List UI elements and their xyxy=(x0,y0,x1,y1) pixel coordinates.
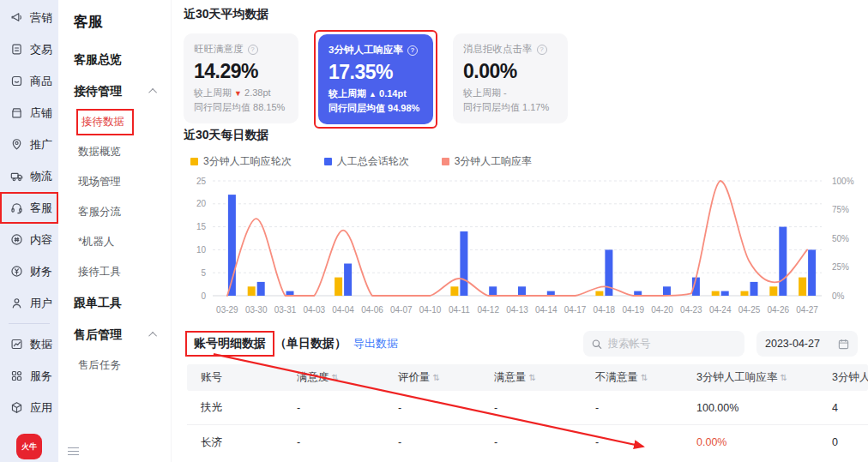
metric-card-消息拒收点击率[interactable]: 消息拒收点击率?0.00%较上周期 -同行同层均值 1.17% xyxy=(453,33,568,123)
cell: 0 xyxy=(818,425,868,459)
svg-text:03-31: 03-31 xyxy=(274,305,297,315)
rail-app-badges: 火牛♛保价宝 xyxy=(0,434,58,462)
shop-icon xyxy=(9,105,24,120)
rail-item-cube[interactable]: 应用 xyxy=(0,392,58,423)
metric-trend: 较上周期 ▲ 0.14pt xyxy=(329,87,423,100)
metric-value: 14.29% xyxy=(194,60,288,83)
headset-icon xyxy=(9,201,24,215)
chevron-up-icon[interactable] xyxy=(148,88,157,97)
sidenav-group-售后管理[interactable]: 售后管理 xyxy=(74,319,171,351)
rail-item-shop[interactable]: 店铺 xyxy=(0,97,58,129)
table-subtitle: （单日数据） xyxy=(274,336,347,351)
calendar-icon xyxy=(838,339,849,350)
sidenav-item-数据概览[interactable]: 数据概览 xyxy=(74,137,171,167)
sidenav-item-接待工具[interactable]: 接待工具 xyxy=(74,257,171,287)
table-row: 扶光----100.00%4 xyxy=(187,391,868,425)
svg-text:04-12: 04-12 xyxy=(477,305,499,315)
sidenav-item-机器人[interactable]: *机器人 xyxy=(74,227,171,257)
export-data-link[interactable]: 导出数据 xyxy=(353,336,398,351)
svg-text:04-03: 04-03 xyxy=(304,305,326,315)
metric-card-旺旺满意度[interactable]: 旺旺满意度?14.29%较上周期 ▼ 2.38pt同行同层均值 88.15% xyxy=(184,33,298,123)
rail-item-label: 财务 xyxy=(30,264,52,279)
document-icon xyxy=(9,42,24,57)
account-name: 扶光 xyxy=(187,391,283,424)
column-header-3分钟人工响应率[interactable]: 3分钟人工响应率⇅ xyxy=(683,364,818,391)
table-title: 账号明细数据 xyxy=(187,333,273,355)
rail-item-label: 应用 xyxy=(30,400,52,416)
trend-down-icon: ▼ xyxy=(234,89,242,98)
help-icon[interactable]: ? xyxy=(537,45,547,55)
sidenav-item-现场管理[interactable]: 现场管理 xyxy=(74,167,171,197)
rail-item-pin[interactable]: 推广 xyxy=(0,129,58,160)
svg-text:04-17: 04-17 xyxy=(564,305,587,315)
sidenav-group-客服总览[interactable]: 客服总览 xyxy=(74,44,171,75)
rail-item-label: 交易 xyxy=(30,42,52,57)
column-header-满意度[interactable]: 满意度⇅ xyxy=(283,364,384,391)
rail-item-label: 营销 xyxy=(30,10,52,26)
rail-item-grid[interactable]: 服务 xyxy=(0,360,58,392)
metric-title: 消息拒收点击率 xyxy=(463,43,533,56)
sort-icon[interactable]: ⇅ xyxy=(529,373,536,382)
rail-item-truck[interactable]: 物流 xyxy=(0,160,58,192)
sidenav-item-售后任务[interactable]: 售后任务 xyxy=(74,351,171,381)
rail-item-headset[interactable]: 客服 xyxy=(0,192,58,224)
chevron-up-icon[interactable] xyxy=(148,332,157,340)
svg-text:04-27: 04-27 xyxy=(796,305,818,315)
date-picker[interactable]: 2023-04-27 xyxy=(756,331,858,357)
sort-icon[interactable]: ⇅ xyxy=(433,373,440,382)
legend-item-人工总会话轮次[interactable]: 人工总会话轮次 xyxy=(324,154,409,169)
svg-text:04-24: 04-24 xyxy=(709,305,732,315)
svg-text:10: 10 xyxy=(196,245,207,255)
rail-item-label: 客服 xyxy=(30,201,52,216)
huoniu-app[interactable]: 火牛 xyxy=(16,434,42,459)
sidenav-item-label: 接待数据 xyxy=(78,111,132,134)
svg-text:04-23: 04-23 xyxy=(680,305,702,315)
sidenav-item-客服分流[interactable]: 客服分流 xyxy=(74,197,171,227)
rail-item-chart[interactable]: 数据 xyxy=(0,328,58,360)
column-header-评价量[interactable]: 评价量⇅ xyxy=(384,364,480,391)
main-content: 近30天平均数据 旺旺满意度?14.29%较上周期 ▼ 2.38pt同行同层均值… xyxy=(172,0,868,462)
svg-text:0%: 0% xyxy=(832,291,845,301)
legend-swatch xyxy=(324,158,332,165)
cell: - xyxy=(582,391,683,424)
search-input[interactable] xyxy=(608,338,736,350)
sidenav-item-label: 数据概览 xyxy=(78,145,121,159)
sidenav-group-跟单工具[interactable]: 跟单工具 xyxy=(74,287,171,319)
rail-item-label: 推广 xyxy=(30,137,52,153)
rail-item-label: 内容 xyxy=(30,232,52,248)
table-body: 扶光----100.00%4长济----0.00%0 xyxy=(187,391,868,459)
sidenav-group-label: 售后管理 xyxy=(74,327,122,343)
sort-icon[interactable]: ⇅ xyxy=(641,373,648,382)
sidenav-group-接待管理[interactable]: 接待管理 xyxy=(74,75,171,107)
sort-icon[interactable]: ⇅ xyxy=(780,373,787,382)
rail-item-user[interactable]: 用户 xyxy=(0,287,58,319)
column-header-满意量[interactable]: 满意量⇅ xyxy=(480,364,582,391)
svg-text:03-30: 03-30 xyxy=(245,305,268,315)
rail-item-goods[interactable]: 商品 xyxy=(0,65,58,97)
grid-icon xyxy=(9,369,24,383)
rail-item-megaphone[interactable]: 营销 xyxy=(0,2,58,33)
legend-label: 人工总会话轮次 xyxy=(337,154,409,169)
rail-item-yen[interactable]: 财务 xyxy=(0,255,58,287)
customer-service-sidenav: 客服 客服总览接待管理接待数据数据概览现场管理客服分流*机器人接待工具跟单工具售… xyxy=(58,0,172,462)
legend-item-3分钟人工响应率[interactable]: 3分钟人工响应率 xyxy=(442,154,533,169)
collapse-menu-icon[interactable] xyxy=(65,445,81,459)
column-header-3分钟人工响应轮次[interactable]: 3分钟人工响应轮次⇅ xyxy=(818,364,868,391)
svg-text:04-14: 04-14 xyxy=(535,305,558,315)
sidenav-item-接待数据[interactable]: 接待数据 xyxy=(74,107,171,137)
sort-icon[interactable]: ⇅ xyxy=(332,373,339,382)
yen-icon xyxy=(9,264,24,279)
help-icon[interactable]: ? xyxy=(407,45,418,56)
chart-legend: 3分钟人工响应轮次人工总会话轮次3分钟人工响应率 xyxy=(190,154,868,169)
svg-text:04-18: 04-18 xyxy=(594,305,616,315)
rail-item-document[interactable]: 交易 xyxy=(0,33,58,65)
legend-item-3分钟人工响应轮次[interactable]: 3分钟人工响应轮次 xyxy=(190,154,292,169)
column-header-不满意量[interactable]: 不满意量⇅ xyxy=(582,364,683,391)
help-icon[interactable]: ? xyxy=(248,45,258,55)
date-value: 2023-04-27 xyxy=(765,338,820,350)
cell: - xyxy=(480,425,582,459)
rail-item-hash[interactable]: 内容 xyxy=(0,224,58,255)
account-search[interactable] xyxy=(583,331,744,357)
metric-card-3分钟人工响应率[interactable]: 3分钟人工响应率?17.35%较上周期 ▲ 0.14pt同行同层均值 94.98… xyxy=(318,34,433,124)
sidenav-item-label: 现场管理 xyxy=(78,175,121,189)
